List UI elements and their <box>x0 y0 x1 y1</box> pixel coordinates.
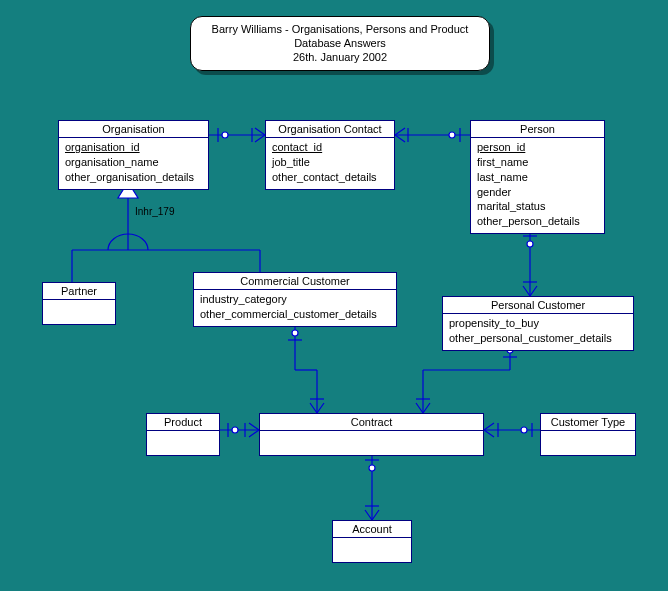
entity-product-header: Product <box>147 414 219 431</box>
entity-personal-customer: Personal Customer propensity_to_buy othe… <box>442 296 634 351</box>
entity-organisation-attr-0: organisation_name <box>65 155 202 170</box>
entity-organisation-contact: Organisation Contact contact_id job_titl… <box>265 120 395 190</box>
entity-commercial-customer-attr-0: industry_category <box>200 292 390 307</box>
entity-account: Account <box>332 520 412 563</box>
entity-organisation: Organisation organisation_id organisatio… <box>58 120 209 190</box>
title-line3: 26th. January 2002 <box>195 51 485 65</box>
entity-person-attr-3: marital_status <box>477 199 598 214</box>
entity-person-pk: person_id <box>477 140 598 155</box>
entity-organisation-contact-attr-0: job_title <box>272 155 388 170</box>
entity-person-attr-1: last_name <box>477 170 598 185</box>
entity-commercial-customer-attr-1: other_commercial_customer_details <box>200 307 390 322</box>
entity-organisation-contact-pk: contact_id <box>272 140 388 155</box>
entity-customer-type-header: Customer Type <box>541 414 635 431</box>
entity-partner-header: Partner <box>43 283 115 300</box>
entity-personal-customer-attr-0: propensity_to_buy <box>449 316 627 331</box>
entity-person-attr-0: first_name <box>477 155 598 170</box>
entity-account-header: Account <box>333 521 411 538</box>
inheritance-label: Inhr_179 <box>135 206 174 217</box>
svg-point-18 <box>527 241 533 247</box>
entity-partner: Partner <box>42 282 116 325</box>
entity-contract-header: Contract <box>260 414 483 431</box>
entity-organisation-attr-1: other_organisation_details <box>65 170 202 185</box>
entity-personal-customer-attr-1: other_personal_customer_details <box>449 331 627 346</box>
diagram-title-box: Barry Williams - Organisations, Persons … <box>190 16 490 71</box>
entity-personal-customer-header: Personal Customer <box>443 297 633 314</box>
title-line2: Database Answers <box>195 37 485 51</box>
entity-organisation-header: Organisation <box>59 121 208 138</box>
svg-point-34 <box>232 427 238 433</box>
entity-person-attr-2: gender <box>477 185 598 200</box>
entity-contract: Contract <box>259 413 484 456</box>
entity-customer-type: Customer Type <box>540 413 636 456</box>
svg-point-23 <box>292 330 298 336</box>
entity-person-attr-4: other_person_details <box>477 214 598 229</box>
svg-point-8 <box>449 132 455 138</box>
title-line1: Barry Williams - Organisations, Persons … <box>195 23 485 37</box>
entity-organisation-pk: organisation_id <box>65 140 202 155</box>
entity-person-header: Person <box>471 121 604 138</box>
entity-product: Product <box>146 413 220 456</box>
entity-person: Person person_id first_name last_name ge… <box>470 120 605 234</box>
entity-commercial-customer-header: Commercial Customer <box>194 273 396 290</box>
entity-organisation-contact-header: Organisation Contact <box>266 121 394 138</box>
entity-organisation-contact-attr-1: other_contact_details <box>272 170 388 185</box>
svg-point-38 <box>521 427 527 433</box>
svg-point-42 <box>369 465 375 471</box>
entity-commercial-customer: Commercial Customer industry_category ot… <box>193 272 397 327</box>
svg-point-4 <box>222 132 228 138</box>
